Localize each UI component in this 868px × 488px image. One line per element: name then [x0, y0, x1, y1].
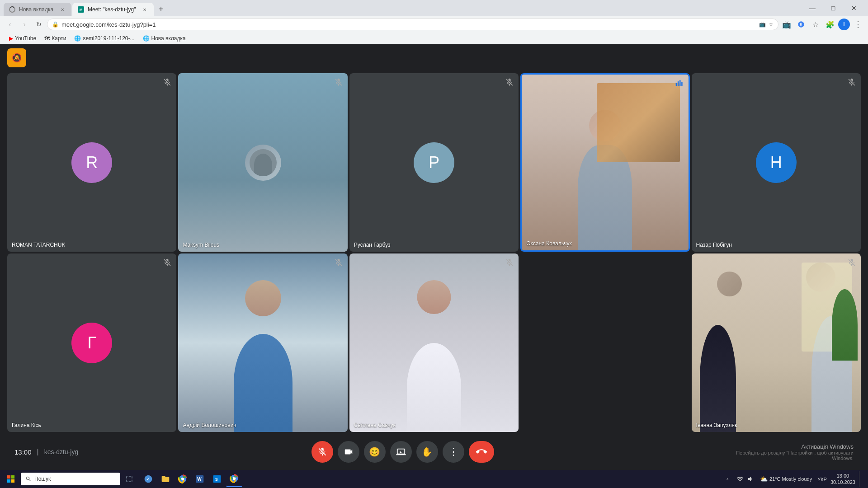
activation-title: Активація Windows — [727, 443, 854, 450]
bookmark-newtab[interactable]: 🌐 Нова вкладка — [139, 34, 189, 42]
meet-top-bar: 🔕 — [0, 44, 868, 71]
video-maksym — [178, 73, 347, 252]
cast-icon[interactable]: 📺 — [759, 21, 766, 28]
emoji-button[interactable]: 😊 — [364, 441, 386, 463]
tab-title-1: Нова вкладка — [19, 6, 55, 13]
camera-button[interactable] — [338, 441, 359, 463]
weather-icon: ⛅ — [760, 475, 768, 483]
speaking-indicator — [675, 79, 684, 90]
mic-off-halyna — [163, 258, 172, 269]
newtab-icon: 🌐 — [143, 35, 150, 42]
bottom-controls-bar: 13:00 | kes-dztu-jyg 😊 ✋ ⋮ Активація Win… — [0, 434, 868, 470]
back-button[interactable]: ‹ — [4, 18, 16, 31]
profile-avatar[interactable]: I — [838, 19, 850, 30]
taskbar-app-bird[interactable] — [140, 471, 156, 487]
forward-button[interactable]: › — [18, 18, 31, 31]
tray-volume[interactable] — [747, 475, 755, 483]
mic-off-ivanna — [847, 258, 856, 269]
tab-close-1[interactable]: ✕ — [59, 6, 66, 13]
mic-off-roman — [163, 78, 172, 89]
mic-off-maksym — [334, 78, 343, 89]
mic-off-svitlana — [505, 258, 514, 269]
toolbar-cast[interactable]: 📺 — [780, 18, 793, 31]
bottom-left-info: 13:00 | kes-dztu-jyg — [14, 448, 78, 456]
mic-off-ruslan — [505, 78, 514, 89]
tab-meet[interactable]: M Meet: "kes-dztu-jyg" ✕ — [72, 3, 154, 16]
youtube-icon: ▶ — [9, 35, 13, 42]
bookmark-youtube-label: YouTube — [15, 35, 36, 42]
raise-hand-button[interactable]: ✋ — [416, 441, 438, 463]
video-andriy — [178, 253, 347, 432]
avatar-ruslan: P — [414, 142, 454, 183]
svg-rect-7 — [11, 479, 14, 483]
bookmark-semi[interactable]: 🌐 semi2019-111-120-... — [71, 34, 138, 42]
participants-grid: R ROMAN TATARCHUK Maksym Bilous — [0, 71, 868, 434]
tray-network[interactable] — [736, 475, 744, 483]
clock-date: 30.10.2023 — [830, 479, 855, 485]
tab-nova[interactable]: Нова вкладка ✕ — [4, 3, 71, 16]
svg-rect-2 — [679, 80, 681, 86]
show-desktop-button[interactable] — [859, 471, 863, 487]
avatar-nazar: H — [756, 142, 797, 183]
toolbar-google[interactable] — [795, 18, 807, 31]
present-button[interactable] — [390, 441, 412, 463]
weather-text: 21°C Mostly cloudy — [769, 476, 812, 482]
taskbar-search-text: Пошук — [34, 476, 51, 482]
address-box[interactable]: 🔒 meet.google.com/kes-dztu-jyg?pli=1 📺 ☆ — [47, 19, 778, 30]
taskbar-app-chrome[interactable] — [175, 471, 191, 487]
menu-button[interactable]: ⋮ — [852, 18, 864, 31]
participant-tile-maksym: Maksym Bilous — [178, 73, 347, 252]
minimize-button[interactable]: — — [802, 1, 823, 15]
svg-rect-3 — [681, 82, 683, 86]
toolbar-extensions[interactable]: 🧩 — [824, 18, 836, 31]
participant-tile-halyna: Г Галина Кісь — [7, 253, 176, 432]
tab-close-2[interactable]: ✕ — [141, 6, 148, 13]
browser-chrome: Нова вкладка ✕ M Meet: "kes-dztu-jyg" ✕ … — [0, 0, 868, 16]
avatar-roman: R — [71, 142, 112, 183]
bookmark-icon[interactable]: ☆ — [769, 21, 774, 28]
tray-up-arrow[interactable] — [722, 474, 733, 484]
time-separator: | — [37, 448, 39, 456]
name-ruslan: Руслан Гарбуз — [354, 242, 391, 248]
end-call-button[interactable] — [469, 441, 494, 463]
name-oksana: Оксана Ковальчук — [526, 240, 572, 247]
bookmark-youtube[interactable]: ▶ YouTube — [5, 34, 40, 42]
bookmark-newtab-label: Нова вкладка — [151, 35, 186, 42]
reload-button[interactable]: ↻ — [33, 18, 45, 31]
participant-tile-oksana: Оксана Ковальчук — [520, 73, 689, 252]
toolbar-bookmark-star[interactable]: ☆ — [809, 18, 822, 31]
meeting-id: kes-dztu-jyg — [44, 448, 78, 455]
meeting-time: 13:00 — [14, 448, 32, 456]
name-svitlana: Світлана Савчук — [354, 422, 396, 428]
maximize-button[interactable]: □ — [823, 1, 844, 15]
close-button[interactable]: ✕ — [844, 1, 864, 15]
semi-icon: 🌐 — [74, 35, 81, 42]
mute-button[interactable] — [311, 441, 333, 463]
taskbar-clock[interactable]: 13:00 30.10.2023 — [830, 473, 855, 486]
svg-rect-4 — [7, 475, 10, 479]
svg-text:W: W — [197, 477, 202, 482]
window-controls: — □ ✕ — [802, 0, 864, 16]
weather-widget[interactable]: ⛅ 21°C Mostly cloudy — [758, 475, 814, 483]
start-button[interactable] — [2, 471, 20, 487]
name-andriy: Андрій Волошинович — [183, 422, 236, 428]
language-indicator[interactable]: УКР — [817, 475, 827, 483]
participant-tile-andriy: Андрій Волошинович — [178, 253, 347, 432]
name-ivanna: Іванна Запухляк — [696, 422, 737, 428]
meeting-controls: 😊 ✋ ⋮ — [311, 441, 494, 463]
name-halyna: Галина Кісь — [12, 422, 41, 428]
taskbar-app-explorer[interactable] — [157, 471, 174, 487]
more-options-button[interactable]: ⋮ — [443, 441, 464, 463]
taskbar-app-store[interactable]: S — [209, 471, 225, 487]
task-view-button[interactable] — [121, 471, 137, 487]
notification-badge[interactable]: 🔕 — [7, 48, 26, 67]
name-roman: ROMAN TATARCHUK — [12, 242, 65, 248]
taskbar-right-area: ⛅ 21°C Mostly cloudy УКР 13:00 30.10.202… — [722, 471, 866, 487]
taskbar-app-word[interactable]: W — [192, 471, 208, 487]
new-tab-button[interactable]: + — [155, 3, 167, 15]
taskbar-app-chrome2[interactable] — [226, 471, 242, 487]
svg-rect-5 — [11, 475, 14, 479]
address-bar-row: ‹ › ↻ 🔒 meet.google.com/kes-dztu-jyg?pli… — [0, 16, 868, 33]
taskbar-search[interactable]: Пошук — [21, 473, 120, 485]
bookmark-maps[interactable]: 🗺 Карти — [41, 34, 70, 42]
